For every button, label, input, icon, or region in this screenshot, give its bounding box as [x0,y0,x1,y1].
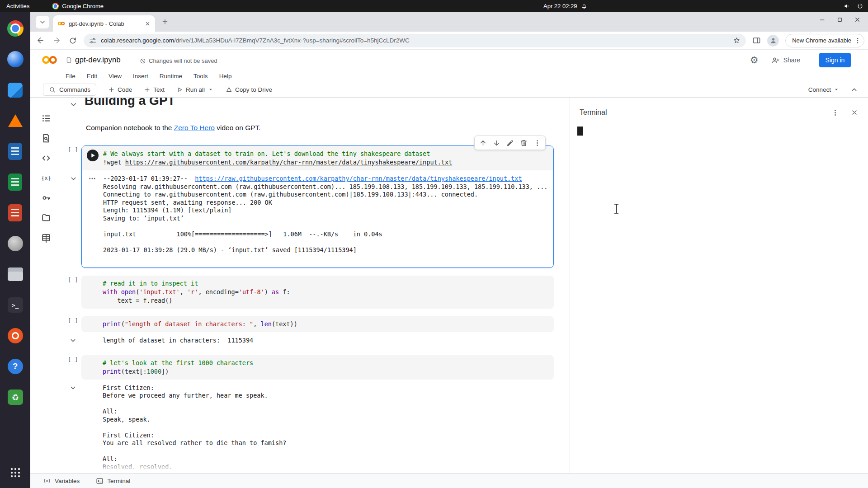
dock-blue-app-icon[interactable] [4,47,27,71]
add-text-button[interactable]: Text [144,86,165,93]
menu-runtime[interactable]: Runtime [160,73,182,80]
dock-vscode-icon[interactable] [4,78,27,102]
browser-menu-icon[interactable] [854,37,861,44]
reload-button[interactable] [66,34,79,47]
chrome-update-button[interactable]: New Chrome available [785,34,864,47]
settings-gear-icon[interactable]: ⚙ [750,55,759,66]
dock-archive-manager-icon[interactable] [4,263,27,286]
dock-libreoffice-impress-icon[interactable] [4,201,27,225]
colab-app: gpt-dev.ipynb Changes will not be saved … [30,50,868,488]
cell-delete-button[interactable] [517,136,530,149]
bottom-bar: {x} Variables Terminal [30,473,868,488]
notebook-filename[interactable]: gpt-dev.ipynb [75,56,121,65]
dock-chrome-icon[interactable] [4,17,27,40]
cell-move-down-button[interactable] [490,136,503,149]
dock-gimp-icon[interactable] [4,232,27,255]
save-status[interactable]: Changes will not be saved [140,57,217,64]
output-more-icon[interactable] [88,174,96,183]
menu-tools[interactable]: Tools [193,73,208,80]
code-cell-1[interactable]: [ ]# We always start with a dataset to t… [81,145,554,268]
code-cell-2[interactable]: [ ]# read it in to inspect itwith open('… [81,276,554,309]
copy-to-drive-button[interactable]: Copy to Drive [226,86,272,93]
dock-terminal-app-icon[interactable]: >_ [4,293,27,317]
run-all-button[interactable]: Run all [176,86,214,93]
cell-exec-count: [ ] [68,318,78,324]
mouse-ibeam-cursor [613,203,619,214]
clock-label: Apr 22 02:29 [543,3,577,9]
menu-help[interactable]: Help [219,73,232,80]
connect-button[interactable]: Connect [808,86,840,93]
notebook-subtitle: Companion notebook to the Zero To Hero v… [86,124,261,132]
variables-label: Variables [55,478,80,484]
files-icon[interactable] [41,212,52,223]
cell-move-up-button[interactable] [476,136,489,149]
profile-avatar[interactable] [767,35,779,47]
minimize-icon[interactable] [819,16,826,23]
close-window-icon[interactable] [854,16,861,23]
terminal-close-icon[interactable] [851,109,858,116]
menu-file[interactable]: File [66,73,75,80]
code-snippets-icon[interactable] [41,153,52,164]
maximize-icon[interactable] [836,16,843,23]
sign-in-button[interactable]: Sign in [819,53,851,67]
dock-vlc-player-icon[interactable] [4,109,27,132]
colab-menubar: FileEditViewInsertRuntimeToolsHelp [30,70,868,82]
clock[interactable]: Apr 22 02:29 [543,0,587,12]
activities-button[interactable]: Activities [6,3,29,9]
forward-button[interactable] [50,34,63,47]
commands-button[interactable]: Commands [43,84,96,96]
url-text: colab.research.google.com/drive/1JMLa53H… [101,37,728,44]
cell-run-button[interactable] [87,150,99,161]
tab-title: gpt-dev.ipynb - Colab [69,20,141,27]
address-bar[interactable]: colab.research.google.com/drive/1JMLa53H… [84,34,746,47]
collapse-header-icon[interactable] [850,86,858,94]
browser-tab[interactable]: gpt-dev.ipynb - Colab [53,15,155,32]
dock-show-applications-icon[interactable] [4,461,27,484]
back-button[interactable] [34,34,47,47]
new-tab-button[interactable] [159,15,171,28]
cell-exec-count: [ ] [68,357,78,363]
zero-to-hero-link[interactable]: Zero To Hero [174,124,215,131]
output-collapse-icon[interactable] [69,384,77,392]
dock-help-app-icon[interactable]: ? [4,355,27,378]
add-code-button[interactable]: Code [108,86,132,93]
system-status-area[interactable] [844,0,863,12]
focused-app-menu[interactable]: Google Chrome [52,3,104,9]
secrets-icon[interactable] [41,192,52,203]
terminal-panel[interactable]: Terminal [570,98,868,473]
cell-more-vert-button[interactable] [531,136,543,149]
variables-icon[interactable]: {x} [41,173,52,183]
dock-libreoffice-calc-icon[interactable] [4,170,27,194]
variables-button[interactable]: {x} Variables [38,475,84,487]
code-cell-3[interactable]: [ ]print("length of dataset in character… [81,316,554,347]
menu-edit[interactable]: Edit [87,73,97,80]
terminal-cursor [577,127,583,136]
code-cell-4[interactable]: [ ]# let's look at the first 1000 charac… [81,355,554,474]
data-table-icon[interactable] [41,232,52,243]
dock-system-tool-icon[interactable]: ♻ [4,385,27,409]
colab-logo[interactable] [41,54,58,66]
bookmark-star-icon[interactable] [733,37,741,44]
tab-close-icon[interactable] [145,21,151,27]
menu-view[interactable]: View [108,73,122,80]
terminal-more-icon[interactable] [831,109,839,117]
menu-insert[interactable]: Insert [133,73,148,80]
section-collapse-icon[interactable] [69,100,78,109]
dock-libreoffice-writer-icon[interactable] [4,140,27,163]
system-top-bar: Activities Google Chrome Apr 22 02:29 [0,0,868,12]
site-settings-icon[interactable] [89,37,96,44]
output-collapse-icon[interactable] [70,175,77,183]
cell-edit-button[interactable] [504,136,516,149]
tab-search-button[interactable] [36,16,49,28]
window-controls [819,16,861,23]
cell-code-editor[interactable]: # read it in to inspect itwith open('inp… [81,276,554,309]
output-collapse-icon[interactable] [69,337,77,344]
terminal-button[interactable]: Terminal [91,475,135,487]
find-replace-icon[interactable] [41,133,52,144]
share-button[interactable]: Share [771,56,800,65]
side-panel-icon[interactable] [752,36,761,45]
dock-ubuntu-software-icon[interactable] [4,324,27,347]
cell-code-editor[interactable]: # let's look at the first 1000 character… [81,355,554,380]
cell-code-editor[interactable]: print("length of dataset in characters: … [81,316,554,332]
toc-icon[interactable] [41,113,52,124]
